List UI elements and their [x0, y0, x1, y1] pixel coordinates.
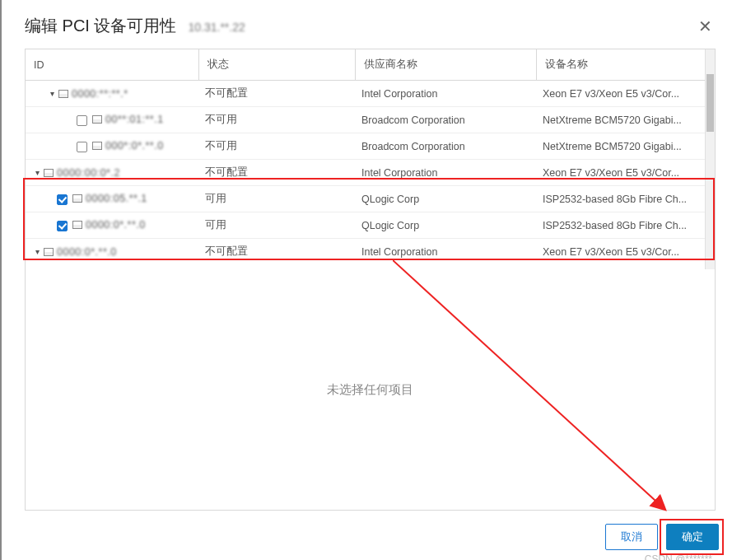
col-header-id[interactable]: ID — [26, 49, 198, 81]
ok-button[interactable]: 确定 — [666, 524, 719, 550]
pci-device-table-container: ID 状态 供应商名称 设备名称 ▾0000:**:**.*不可配置Intel … — [25, 49, 716, 269]
cell-state: 不可配置 — [198, 81, 355, 107]
device-id-text: 0000:0*.**.0 — [57, 246, 117, 258]
edit-pci-availability-dialog: 编辑 PCI 设备可用性 10.31.**.22 ✕ ID 状态 供应商名称 设… — [0, 0, 732, 560]
watermark-text: CSDN @******* — [645, 553, 712, 560]
cell-id: 00**:01:**.1 — [26, 107, 198, 133]
device-id-text: 0000:05.**.1 — [86, 193, 147, 204]
expand-toggle-icon[interactable]: ▾ — [47, 89, 57, 98]
cell-vendor: Intel Corporation — [355, 81, 536, 107]
cell-id: 000*:0*.**.0 — [26, 133, 198, 160]
cell-vendor: Broadcom Corporation — [355, 133, 536, 160]
device-id-text: 0000:00:0*.2 — [57, 167, 120, 179]
cell-id: ▾0000:00:0*.2 — [26, 160, 198, 186]
cell-id: 0000:05.**.1 — [26, 186, 198, 212]
cell-id: ▾0000:**:**.* — [26, 81, 198, 107]
table-scrollbar[interactable] — [705, 49, 715, 269]
table-row[interactable]: 0000:0*.**.0可用QLogic CorpISP2532-based 8… — [26, 212, 715, 239]
cell-state: 可用 — [198, 186, 355, 212]
device-id-text: 00**:01:**.1 — [105, 114, 164, 125]
expand-toggle-icon[interactable]: ▾ — [32, 247, 42, 256]
table-row[interactable]: ▾0000:00:0*.2不可配置Intel CorporationXeon E… — [26, 160, 715, 186]
cell-state: 不可用 — [198, 133, 355, 160]
expand-toggle-icon[interactable]: ▾ — [32, 168, 42, 177]
cell-vendor: Intel Corporation — [355, 160, 536, 186]
scrollbar-thumb[interactable] — [706, 74, 714, 132]
cell-state: 可用 — [198, 212, 355, 239]
empty-selection-message: 未选择任何项目 — [25, 269, 716, 511]
table-row[interactable]: ▾0000:0*.**.0不可配置Intel CorporationXeon E… — [26, 239, 715, 265]
pci-device-icon — [92, 115, 102, 124]
cell-id: 0000:0*.**.0 — [26, 212, 198, 239]
table-row[interactable]: 0000:05.**.1可用QLogic CorpISP2532-based 8… — [26, 186, 715, 212]
cell-vendor: Broadcom Corporation — [355, 107, 536, 133]
cancel-button[interactable]: 取消 — [605, 524, 658, 550]
row-checkbox[interactable] — [57, 194, 68, 205]
device-id-text: 0000:0*.**.0 — [86, 219, 146, 231]
cell-state: 不可配置 — [198, 160, 355, 186]
device-id-text: 000*:0*.**.0 — [105, 140, 164, 152]
cell-device: Xeon E7 v3/Xeon E5 v3/Cor... — [536, 81, 715, 107]
col-header-state[interactable]: 状态 — [198, 49, 355, 81]
pci-device-table: ID 状态 供应商名称 设备名称 ▾0000:**:**.*不可配置Intel … — [26, 49, 715, 264]
cell-device: NetXtreme BCM5720 Gigabi... — [536, 107, 715, 133]
dialog-header: 编辑 PCI 设备可用性 10.31.**.22 ✕ — [2, 0, 732, 49]
cell-device: ISP2532-based 8Gb Fibre Ch... — [536, 186, 715, 212]
cell-device: Xeon E7 v3/Xeon E5 v3/Cor... — [536, 239, 715, 265]
cell-vendor: Intel Corporation — [355, 239, 536, 265]
dialog-footer: 取消 确定 — [2, 516, 732, 560]
table-header-row: ID 状态 供应商名称 设备名称 — [26, 49, 715, 81]
device-id-text: 0000:**:**.* — [72, 88, 128, 100]
cell-vendor: QLogic Corp — [355, 212, 536, 239]
dialog-title: 编辑 PCI 设备可用性 — [25, 15, 176, 37]
cell-state: 不可用 — [198, 107, 355, 133]
table-row[interactable]: ▾0000:**:**.*不可配置Intel CorporationXeon E… — [26, 81, 715, 107]
title-row: 编辑 PCI 设备可用性 10.31.**.22 — [25, 15, 245, 37]
cell-device: NetXtreme BCM5720 Gigabi... — [536, 133, 715, 160]
dialog-host-ip: 10.31.**.22 — [188, 21, 245, 34]
cell-device: ISP2532-based 8Gb Fibre Ch... — [536, 212, 715, 239]
pci-device-icon — [72, 194, 82, 203]
pci-device-icon — [72, 221, 82, 229]
table-row[interactable]: 00**:01:**.1不可用Broadcom CorporationNetXt… — [26, 107, 715, 133]
pci-device-icon — [92, 142, 102, 150]
pci-device-icon — [58, 90, 68, 98]
pci-device-icon — [44, 248, 54, 256]
empty-selection-text: 未选择任何项目 — [327, 382, 413, 398]
pci-device-icon — [44, 169, 54, 177]
row-checkbox[interactable] — [57, 221, 68, 231]
close-button[interactable]: ✕ — [698, 18, 712, 35]
cell-id: ▾0000:0*.**.0 — [26, 239, 198, 265]
table-body: ▾0000:**:**.*不可配置Intel CorporationXeon E… — [26, 81, 715, 265]
col-header-device[interactable]: 设备名称 — [536, 49, 715, 81]
row-checkbox[interactable] — [77, 115, 87, 126]
cell-state: 不可配置 — [198, 239, 355, 265]
row-checkbox[interactable] — [77, 142, 87, 152]
table-row[interactable]: 000*:0*.**.0不可用Broadcom CorporationNetXt… — [26, 133, 715, 160]
cell-vendor: QLogic Corp — [355, 186, 536, 212]
cell-device: Xeon E7 v3/Xeon E5 v3/Cor... — [536, 160, 715, 186]
col-header-vendor[interactable]: 供应商名称 — [355, 49, 536, 81]
